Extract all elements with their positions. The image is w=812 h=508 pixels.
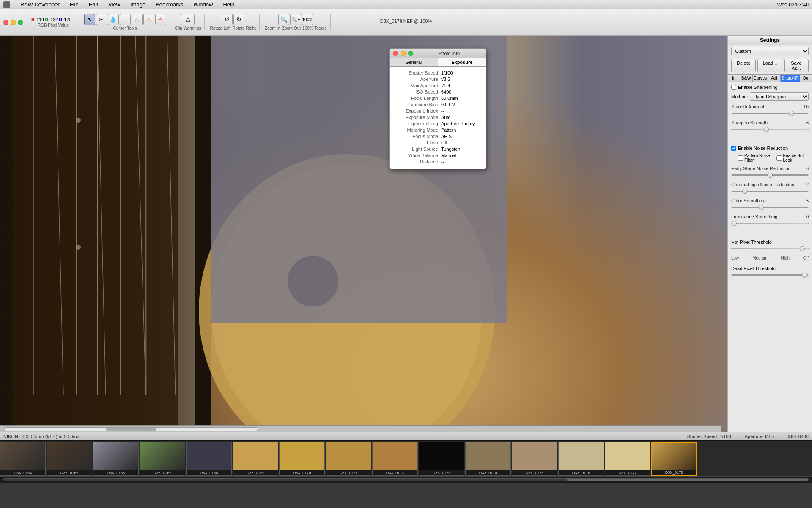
scrollbar-thumb[interactable]: [106, 428, 156, 431]
tab-exposure[interactable]: Exposure: [438, 58, 486, 66]
rotate-left-label: Rotate Left: [210, 26, 230, 30]
dialog-close-button[interactable]: [393, 51, 398, 56]
info-row: Exposure Bias:0.0 EV: [393, 102, 483, 107]
tab-general[interactable]: General: [390, 58, 438, 66]
clip-toggle[interactable]: ⚠: [181, 14, 195, 25]
menu-edit[interactable]: Edit: [87, 1, 100, 8]
dead-pixel-section: Dead Pixel Threshold: [728, 263, 812, 284]
zoom-100-button[interactable]: 100%: [302, 14, 313, 25]
horizontal-scrollbar[interactable]: [0, 425, 721, 432]
thumbnail-image: [605, 442, 650, 470]
filmstrip-thumbnail[interactable]: D3X_0165: [47, 442, 92, 476]
info-row: Shutter Speed:1/100: [393, 70, 483, 75]
triangle-tool-3[interactable]: △: [155, 14, 166, 25]
filmstrip-thumbnail[interactable]: D3X_0167: [140, 442, 185, 476]
info-label: ISO Speed:: [393, 89, 439, 94]
delete-button[interactable]: Delete: [731, 59, 756, 72]
b-channel: B 125: [59, 17, 71, 22]
menu-view[interactable]: View: [107, 1, 122, 8]
early-stage-slider[interactable]: [731, 172, 809, 178]
dialog-max-button[interactable]: [408, 51, 413, 56]
filmstrip-thumbnail[interactable]: D3X_0175: [512, 442, 557, 476]
straighten-tool[interactable]: ◫: [120, 14, 131, 25]
tab-bw[interactable]: B&W: [740, 75, 752, 82]
method-select[interactable]: Hybrid Sharpen Unsharp Mask High Pass: [750, 92, 809, 101]
luminance-slider[interactable]: [731, 220, 809, 226]
load-button[interactable]: Load...: [757, 59, 782, 72]
triangle-tool-2[interactable]: △: [143, 14, 154, 25]
filmstrip-thumbnail[interactable]: D3X_0170: [279, 442, 325, 476]
hot-pixel-high: High: [781, 256, 790, 260]
close-button[interactable]: [3, 20, 8, 25]
chromalogic-slider[interactable]: [731, 188, 809, 194]
maximize-button[interactable]: [18, 20, 23, 25]
menu-help[interactable]: Help: [221, 1, 236, 8]
filmstrip-scrollbar-track[interactable]: [3, 478, 809, 481]
settings-tabs: In B&W Curves Adj SharpNR Out: [728, 74, 812, 82]
zoom-in-button[interactable]: 🔍: [278, 14, 289, 25]
filmstrip-thumbnail[interactable]: D3X_0164: [0, 442, 46, 476]
b-label: B: [59, 17, 62, 22]
pattern-noise-checkbox[interactable]: [738, 155, 743, 161]
thumbnail-label: D3X_0171: [326, 470, 371, 475]
filmstrip-thumbnail[interactable]: D3X_0173: [419, 442, 464, 476]
hot-pixel-slider-container: [731, 246, 809, 252]
g-label: G: [45, 17, 49, 22]
crop-tool[interactable]: ✂: [96, 14, 107, 25]
eyedropper-tool[interactable]: 💧: [108, 14, 119, 25]
enable-sharpening-checkbox[interactable]: [731, 85, 736, 90]
color-smoothing-slider[interactable]: [731, 204, 809, 210]
select-tool[interactable]: ↖: [84, 14, 95, 25]
zoom-out-button[interactable]: 🔍−: [290, 14, 301, 25]
menu-bookmarks[interactable]: Bookmarks: [154, 1, 185, 8]
rotate-left-button[interactable]: ↺: [222, 14, 233, 25]
filmstrip-thumbnail[interactable]: D3X_0178: [651, 442, 697, 476]
filmstrip-scroll[interactable]: D3X_0164D3X_0165D3X_0166D3X_0167D3X_0168…: [0, 441, 812, 476]
filmstrip-thumbnail[interactable]: D3X_0169: [233, 442, 278, 476]
tab-curves[interactable]: Curves: [753, 75, 768, 82]
hot-pixel-slider[interactable]: [731, 246, 809, 251]
early-stage-label: Early Stage Noise Reduction: [731, 166, 791, 171]
soft-look-checkbox[interactable]: [776, 155, 782, 161]
image-title: D3X_0178.NEF @ 100%: [380, 19, 432, 24]
minimize-button[interactable]: [11, 20, 16, 25]
enable-nr-checkbox[interactable]: [731, 146, 736, 151]
scrollbar-track[interactable]: [4, 427, 258, 431]
rotate-right-button[interactable]: ↻: [233, 14, 244, 25]
save-as-button[interactable]: Save As...: [784, 59, 809, 72]
soft-look-row: Enable Soft Look: [776, 153, 809, 163]
filmstrip-thumbnail[interactable]: D3X_0176: [558, 442, 604, 476]
menu-image[interactable]: Image: [129, 1, 147, 8]
filmstrip-thumbnail[interactable]: D3X_0174: [465, 442, 511, 476]
filmstrip-thumbnail[interactable]: D3X_0177: [605, 442, 650, 476]
enable-sharpening-row: Enable Sharpening: [731, 85, 809, 90]
menu-app[interactable]: RAW Developer: [19, 1, 61, 8]
menu-file[interactable]: File: [68, 1, 80, 8]
menu-window[interactable]: Window: [192, 1, 214, 8]
smooth-amount-slider[interactable]: [731, 110, 809, 116]
dead-pixel-slider[interactable]: [731, 272, 809, 278]
preset-select[interactable]: Custom Default Portrait Landscape: [731, 47, 809, 55]
tab-in[interactable]: In: [728, 75, 740, 82]
dialog-body: Shutter Speed:1/100Aperture:f/3.5Max Ape…: [390, 67, 486, 169]
thumbnail-label: D3X_0167: [140, 470, 185, 475]
method-label: Method:: [731, 94, 748, 99]
tab-adj[interactable]: Adj: [768, 75, 780, 82]
filmstrip-thumbnail[interactable]: D3X_0172: [372, 442, 418, 476]
enable-sharpening-label: Enable Sharpening: [738, 85, 778, 90]
triangle-tool-1[interactable]: △: [132, 14, 143, 25]
window-controls: [3, 20, 23, 25]
filmstrip-thumbnail[interactable]: D3X_0171: [326, 442, 371, 476]
filmstrip-scrollbar-thumb[interactable]: [567, 479, 808, 481]
tab-out[interactable]: Out: [800, 75, 812, 82]
filmstrip-thumbnail[interactable]: D3X_0166: [93, 442, 139, 476]
toolbar: R 114 G 122 B 125 RGB Pixel Value ↖ ✂ 💧 …: [0, 9, 812, 36]
thumbnail-image: [326, 442, 371, 470]
filmstrip-scrollbar[interactable]: [0, 476, 812, 483]
filmstrip-thumbnail[interactable]: D3X_0168: [186, 442, 232, 476]
tab-sharpnr[interactable]: SharpNR: [781, 75, 800, 82]
dialog-min-button[interactable]: [401, 51, 406, 56]
info-row: Max Aperture:f/1.4: [393, 83, 483, 88]
filmstrip: D3X_0164D3X_0165D3X_0166D3X_0167D3X_0168…: [0, 440, 812, 483]
sharpen-strength-slider[interactable]: [731, 126, 809, 132]
